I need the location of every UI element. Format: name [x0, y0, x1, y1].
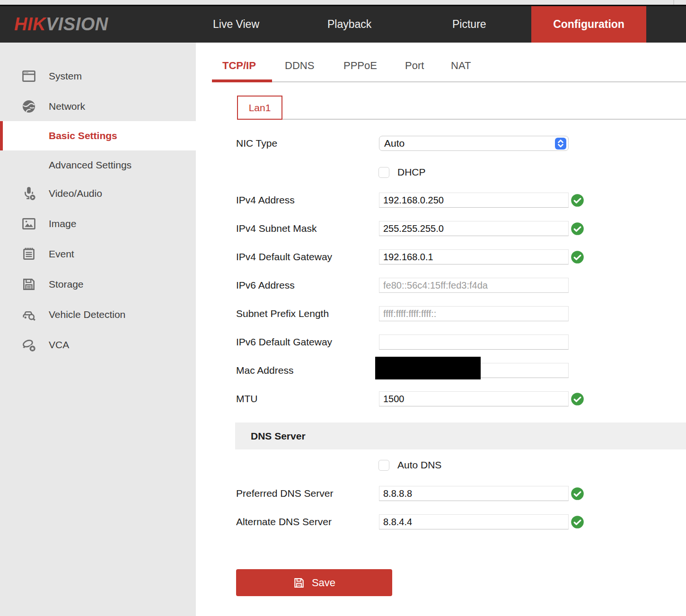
- sidebar-item-advanced-settings[interactable]: Advanced Settings: [0, 150, 196, 180]
- sidebar-item-system[interactable]: System: [0, 61, 196, 91]
- sidebar-item-image[interactable]: Image: [0, 209, 196, 239]
- save-floppy-icon: [293, 577, 305, 589]
- active-tab-underline: [212, 79, 272, 82]
- nav-picture[interactable]: Picture: [452, 6, 486, 43]
- tab-port[interactable]: Port: [405, 58, 424, 74]
- ipv6-default-gateway-input[interactable]: [379, 334, 569, 350]
- sidebar-item-label: VCA: [49, 339, 69, 351]
- lan-tab-separator-line: [282, 119, 686, 120]
- sidebar-item-label: Vehicle Detection: [49, 309, 125, 320]
- browser-top-strip: [0, 0, 686, 5]
- hikvision-config-page: HIKVISION Live View Playback Picture Con…: [0, 0, 686, 616]
- preferred-dns-input[interactable]: [379, 486, 569, 501]
- sidebar-item-vehicle-detection[interactable]: Vehicle Detection: [0, 299, 196, 330]
- save-button[interactable]: Save: [236, 569, 392, 596]
- valid-check-icon: [571, 487, 584, 501]
- sidebar-item-storage[interactable]: Storage: [0, 269, 196, 299]
- top-strip-divider: [673, 0, 674, 5]
- tab-tcpip[interactable]: TCP/IP: [222, 58, 256, 74]
- mac-address-redaction: [375, 357, 481, 379]
- valid-check-icon: [571, 515, 584, 529]
- nav-playback[interactable]: Playback: [327, 6, 371, 43]
- system-window-icon: [21, 68, 37, 84]
- sidebar-item-vca[interactable]: VCA: [0, 330, 196, 360]
- sidebar-item-label: Video/Audio: [49, 188, 102, 199]
- ipv4-subnet-mask-label: IPv4 Subnet Mask: [236, 221, 317, 236]
- logo-vision-text: VISION: [46, 14, 108, 34]
- tab-pppoe[interactable]: PPPoE: [343, 58, 377, 74]
- hikvision-logo: HIKVISION: [14, 6, 108, 43]
- sidebar-item-basic-settings[interactable]: Basic Settings: [0, 121, 196, 150]
- sidebar-item-event[interactable]: Event: [0, 239, 196, 269]
- tab-separator-line: [212, 81, 686, 82]
- valid-check-icon: [571, 392, 584, 406]
- sidebar-item-label: System: [49, 70, 82, 82]
- microphone-play-icon: [21, 185, 37, 202]
- valid-check-icon: [571, 194, 584, 207]
- ipv4-default-gateway-input[interactable]: [379, 249, 569, 264]
- ipv4-address-label: IPv4 Address: [236, 193, 295, 208]
- dns-server-section-header: DNS Server: [235, 422, 686, 449]
- subnet-prefix-length-input[interactable]: [379, 306, 569, 321]
- sidebar-item-video-audio[interactable]: Video/Audio: [0, 178, 196, 209]
- subnet-prefix-length-label: Subnet Prefix Length: [236, 306, 329, 321]
- ipv4-subnet-mask-input[interactable]: [379, 221, 569, 236]
- sidebar-item-label: Basic Settings: [49, 130, 117, 141]
- globe-icon: [21, 98, 37, 114]
- dhcp-label: DHCP: [397, 167, 426, 178]
- lan1-tab[interactable]: Lan1: [237, 96, 282, 120]
- mtu-input[interactable]: [379, 391, 569, 406]
- sidebar-item-label: Advanced Settings: [49, 159, 132, 171]
- sidebar-item-network[interactable]: Network: [0, 91, 196, 122]
- nav-live-view[interactable]: Live View: [213, 6, 259, 43]
- dhcp-row: DHCP: [378, 167, 426, 178]
- ipv6-address-input[interactable]: [379, 278, 569, 293]
- ipv4-address-input[interactable]: [379, 193, 569, 208]
- dns-server-title: DNS Server: [251, 431, 306, 442]
- valid-check-icon: [571, 250, 584, 264]
- logo-hik-text: HIK: [14, 14, 46, 34]
- alternate-dns-input[interactable]: [379, 514, 569, 529]
- alternate-dns-label: Alternate DNS Server: [236, 514, 332, 529]
- sidebar-item-label: Image: [49, 218, 76, 229]
- tab-ddns[interactable]: DDNS: [285, 58, 314, 74]
- ipv6-default-gateway-label: IPv6 Default Gateway: [236, 334, 332, 350]
- auto-dns-row: Auto DNS: [378, 459, 441, 471]
- auto-dns-label: Auto DNS: [397, 459, 441, 471]
- ipv4-default-gateway-label: IPv4 Default Gateway: [236, 249, 332, 264]
- vca-star-icon: [21, 337, 37, 353]
- nav-configuration[interactable]: Configuration: [531, 6, 646, 43]
- vehicle-magnifier-icon: [21, 307, 37, 323]
- save-button-label: Save: [312, 577, 335, 589]
- floppy-disk-icon: [21, 276, 37, 292]
- valid-check-icon: [571, 222, 584, 236]
- tab-nat[interactable]: NAT: [451, 58, 471, 74]
- nic-type-label: NIC Type: [236, 136, 277, 151]
- sidebar-item-label: Network: [49, 101, 85, 112]
- auto-dns-checkbox[interactable]: [378, 460, 389, 471]
- image-icon: [21, 216, 37, 232]
- mac-address-label: Mac Address: [236, 363, 293, 378]
- sidebar-item-label: Storage: [49, 279, 84, 290]
- nic-type-value: Auto: [384, 138, 405, 149]
- preferred-dns-label: Preferred DNS Server: [236, 486, 333, 501]
- mtu-label: MTU: [236, 391, 258, 406]
- select-stepper-icon: [555, 138, 566, 150]
- sidebar-item-label: Event: [49, 248, 74, 260]
- nic-type-select[interactable]: Auto: [379, 136, 569, 151]
- top-navbar: HIKVISION Live View Playback Picture Con…: [0, 6, 686, 43]
- dhcp-checkbox[interactable]: [378, 167, 389, 178]
- notepad-icon: [21, 246, 37, 262]
- ipv6-address-label: IPv6 Address: [236, 278, 295, 293]
